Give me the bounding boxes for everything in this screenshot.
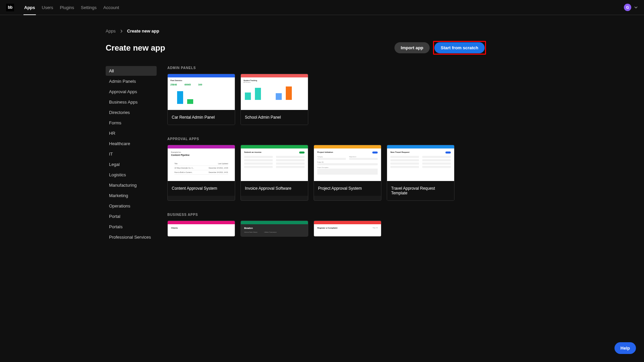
main: ADMIN PANELS Fleet Statistics 25840 4996…	[167, 66, 486, 243]
start-from-scratch-button[interactable]: Start from scratch	[434, 42, 485, 53]
card-accent	[168, 221, 235, 224]
template-card[interactable]: Project Initiation Category Department B…	[314, 145, 381, 201]
card-title: Travel Approval Request Template	[387, 181, 454, 200]
sidebar-item-business-apps[interactable]: Business Apps	[106, 97, 157, 107]
sidebar-item-forms[interactable]: Forms	[106, 118, 157, 128]
topbar: bb Apps Users Plugins Settings Account G	[0, 0, 644, 15]
template-card[interactable]: Submit an invoice Invoice Approval Softw…	[240, 145, 308, 201]
header-row: Create new app Import app Start from scr…	[106, 41, 486, 55]
template-card[interactable]: Fleet Statistics 25840 49965 349	[167, 74, 235, 125]
breadcrumb-current: Create new app	[127, 28, 159, 34]
template-card[interactable]: Register a Complaint Step 1/4	[314, 221, 381, 237]
nav-settings[interactable]: Settings	[77, 0, 100, 15]
nav-links: Apps Users Plugins Settings Account	[21, 0, 122, 15]
sidebar-item-operations[interactable]: Operations	[106, 201, 157, 211]
nav-apps[interactable]: Apps	[21, 0, 39, 15]
header-actions: Import app Start from scratch	[394, 41, 486, 55]
sidebar-item-portal[interactable]: Portal	[106, 212, 157, 221]
sidebar-item-logistics[interactable]: Logistics	[106, 170, 157, 180]
import-app-button[interactable]: Import app	[394, 42, 430, 53]
sidebar-item-legal[interactable]: Legal	[106, 160, 157, 169]
sidebar-item-admin-panels[interactable]: Admin Panels	[106, 76, 157, 86]
card-title: Project Approval System	[314, 181, 381, 196]
template-card[interactable]: Example Inc. Content Pipeline TitleLast …	[167, 145, 235, 201]
template-card[interactable]: Student Tracking All Students	[240, 74, 308, 125]
card-title: Invoice Approval Software	[241, 181, 308, 196]
card-title: Car Rental Admin Panel	[168, 110, 235, 125]
section-business-apps: BUSINESS APPS Clients	[167, 213, 486, 237]
card-preview: New Travel Request	[387, 148, 454, 181]
card-accent	[387, 145, 454, 148]
sidebar-item-hr[interactable]: HR	[106, 128, 157, 138]
card-preview: Project Initiation Category Department B…	[314, 148, 381, 181]
chevron-right-icon	[120, 29, 123, 33]
template-card[interactable]: Clients	[167, 221, 235, 237]
page: Apps Create new app Create new app Impor…	[0, 15, 644, 28]
card-preview: Student Tracking All Students	[241, 77, 308, 110]
help-button[interactable]: Help	[614, 342, 636, 354]
card-preview: Submit an invoice	[241, 148, 308, 181]
card-title: Content Approval System	[168, 181, 235, 196]
body-row: All Admin Panels Approval Apps Business …	[106, 66, 486, 243]
section-approval-apps: APPROVAL APPS Example Inc. Content Pipel…	[167, 137, 486, 201]
sidebar-item-manufacturing[interactable]: Manufacturing	[106, 180, 157, 190]
highlight-box: Start from scratch	[433, 41, 486, 55]
section-heading: BUSINESS APPS	[167, 213, 486, 217]
chevron-down-icon[interactable]	[634, 5, 638, 9]
card-preview: Fleet Statistics 25840 49965 349	[168, 77, 235, 110]
container: Apps Create new app Create new app Impor…	[106, 28, 486, 243]
template-card[interactable]: New Travel Request Travel Approval Reque…	[387, 145, 454, 201]
card-accent	[241, 145, 308, 148]
sidebar-item-all[interactable]: All	[106, 66, 157, 76]
sidebar-item-directories[interactable]: Directories	[106, 108, 157, 117]
card-accent	[168, 145, 235, 148]
section-heading: APPROVAL APPS	[167, 137, 486, 141]
card-accent	[241, 74, 308, 77]
card-accent	[241, 221, 308, 224]
card-accent	[314, 221, 381, 224]
topbar-left: bb Apps Users Plugins Settings Account	[6, 0, 122, 15]
card-title: School Admin Panel	[241, 110, 308, 125]
section-admin-panels: ADMIN PANELS Fleet Statistics 25840 4996…	[167, 66, 486, 125]
breadcrumb-root[interactable]: Apps	[106, 28, 116, 34]
sidebar: All Admin Panels Approval Apps Business …	[106, 66, 157, 243]
nav-users[interactable]: Users	[39, 0, 57, 15]
card-accent	[168, 74, 235, 77]
card-accent	[314, 145, 381, 148]
nav-account[interactable]: Account	[100, 0, 122, 15]
sidebar-item-marketing[interactable]: Marketing	[106, 191, 157, 200]
card-grid: Example Inc. Content Pipeline TitleLast …	[167, 145, 486, 201]
sidebar-item-professional-services[interactable]: Professional Services	[106, 232, 157, 242]
template-card[interactable]: Beadon Lifetime Sales Volume Lifetime Co…	[240, 221, 308, 237]
avatar[interactable]: G	[624, 4, 631, 11]
sidebar-item-healthcare[interactable]: Healthcare	[106, 139, 157, 148]
card-grid: Clients Beadon Lifetime Sales Volume	[167, 221, 486, 237]
topbar-right: G	[624, 4, 638, 11]
breadcrumb: Apps Create new app	[106, 28, 486, 34]
logo[interactable]: bb	[6, 4, 14, 11]
sidebar-item-it[interactable]: IT	[106, 149, 157, 159]
sidebar-item-portals[interactable]: Portals	[106, 222, 157, 232]
card-grid: Fleet Statistics 25840 49965 349	[167, 74, 486, 125]
page-title: Create new app	[106, 43, 165, 53]
nav-plugins[interactable]: Plugins	[56, 0, 77, 15]
card-preview: Example Inc. Content Pipeline TitleLast …	[168, 148, 235, 181]
sidebar-item-approval-apps[interactable]: Approval Apps	[106, 87, 157, 97]
section-heading: ADMIN PANELS	[167, 66, 486, 70]
